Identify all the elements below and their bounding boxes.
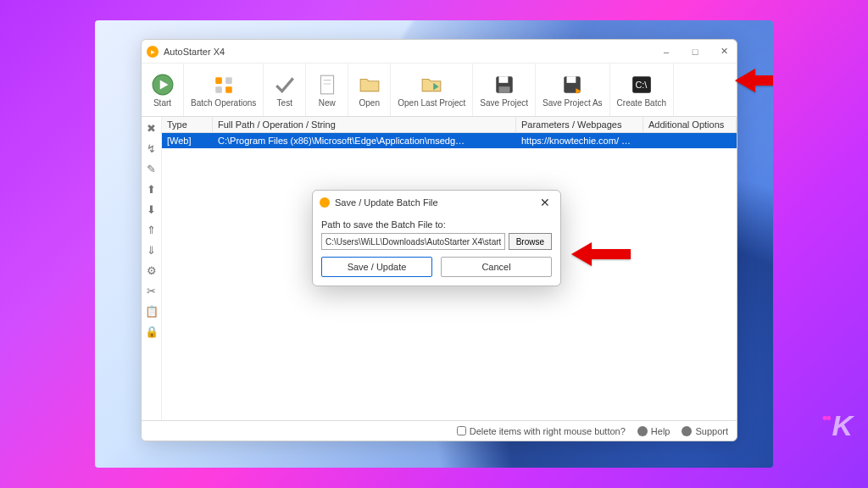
tool-up[interactable]: ⬆ xyxy=(144,181,159,197)
svg-marker-18 xyxy=(735,69,773,92)
maximize-button[interactable]: □ xyxy=(687,44,703,59)
header-path[interactable]: Full Path / Operation / String xyxy=(213,117,516,132)
dialog-icon xyxy=(320,197,330,208)
tool-copy[interactable]: 📋 xyxy=(144,303,159,319)
save-batch-dialog: Save / Update Batch File ✕ Path to save … xyxy=(312,190,561,286)
help-icon xyxy=(637,426,648,436)
desktop-wallpaper: AutoStarter X4 – □ ✕ Start Batch Operati… xyxy=(95,20,773,468)
header-type[interactable]: Type xyxy=(162,117,213,132)
window-title: AutoStarter X4 xyxy=(164,47,659,57)
svg-rect-6 xyxy=(320,75,333,94)
open-last-button[interactable]: Open Last Project xyxy=(391,64,473,116)
minimize-button[interactable]: – xyxy=(659,44,674,59)
list-header: Type Full Path / Operation / String Para… xyxy=(162,117,737,133)
batch-icon xyxy=(212,73,236,97)
start-button[interactable]: Start xyxy=(142,64,184,116)
dialog-close-button[interactable]: ✕ xyxy=(537,196,554,209)
play-icon xyxy=(151,73,175,97)
tool-swap[interactable]: ↯ xyxy=(144,141,159,156)
status-bar: Delete items with right mouse button? He… xyxy=(142,420,737,441)
side-toolbar: ✖ ↯ ✎ ⬆ ⬇ ⇑ ⇓ ⚙ ✂ 📋 🔒 xyxy=(142,117,162,420)
check-icon xyxy=(273,73,297,97)
save-update-button[interactable]: Save / Update xyxy=(321,257,432,277)
tool-delete[interactable]: ✖ xyxy=(144,120,159,136)
dialog-path-label: Path to save the Batch File to: xyxy=(321,219,552,230)
open-button[interactable]: Open xyxy=(348,64,391,116)
header-opts[interactable]: Additional Options xyxy=(643,117,737,132)
watermark: K xyxy=(822,409,851,442)
svg-rect-14 xyxy=(567,76,576,83)
terminal-icon: C:\ xyxy=(630,73,654,97)
save-project-button[interactable]: Save Project xyxy=(473,64,536,116)
batch-ops-button[interactable]: Batch Operations xyxy=(184,64,264,116)
list-row[interactable]: [Web] C:\Program Files (x86)\Microsoft\E… xyxy=(162,133,737,148)
folder-arrow-icon xyxy=(420,73,443,97)
batch-path-input[interactable] xyxy=(321,233,505,250)
svg-rect-5 xyxy=(225,86,232,93)
test-button[interactable]: Test xyxy=(264,64,306,116)
svg-rect-3 xyxy=(225,77,232,84)
tool-cut[interactable]: ✂ xyxy=(144,283,159,298)
header-params[interactable]: Parameters / Webpages xyxy=(516,117,643,132)
tool-settings[interactable]: ⚙ xyxy=(144,263,159,278)
tool-down[interactable]: ⬇ xyxy=(144,202,159,217)
svg-rect-11 xyxy=(498,76,508,83)
new-doc-icon xyxy=(315,73,339,97)
save-icon xyxy=(492,73,516,97)
tool-lock[interactable]: 🔒 xyxy=(144,324,159,339)
svg-rect-4 xyxy=(215,86,222,93)
folder-open-icon xyxy=(358,73,381,97)
titlebar: AutoStarter X4 – □ ✕ xyxy=(142,40,737,64)
support-icon xyxy=(682,426,692,436)
dialog-title: Save / Update Batch File xyxy=(335,197,537,208)
tool-edit[interactable]: ✎ xyxy=(144,161,159,176)
toolbar: Start Batch Operations Test New Open Ope… xyxy=(142,64,737,117)
svg-rect-2 xyxy=(215,77,222,84)
save-as-button[interactable]: Save Project As xyxy=(536,64,610,116)
svg-rect-12 xyxy=(498,86,509,93)
close-window-button[interactable]: ✕ xyxy=(716,44,732,59)
tool-top[interactable]: ⇑ xyxy=(144,222,159,237)
app-icon xyxy=(147,46,159,58)
help-link[interactable]: Help xyxy=(637,426,670,436)
delete-rmb-checkbox[interactable]: Delete items with right mouse button? xyxy=(457,426,626,436)
create-batch-button[interactable]: C:\ Create Batch xyxy=(610,64,674,116)
annotation-arrow-browse xyxy=(571,239,631,273)
new-button[interactable]: New xyxy=(306,64,348,116)
annotation-arrow-toolbar xyxy=(735,65,773,99)
tool-bottom[interactable]: ⇓ xyxy=(144,242,159,258)
save-as-icon xyxy=(560,73,584,97)
svg-marker-19 xyxy=(571,242,631,266)
svg-text:C:\: C:\ xyxy=(635,80,648,90)
browse-button[interactable]: Browse xyxy=(509,233,552,250)
support-link[interactable]: Support xyxy=(682,426,728,436)
cancel-button[interactable]: Cancel xyxy=(441,257,552,277)
